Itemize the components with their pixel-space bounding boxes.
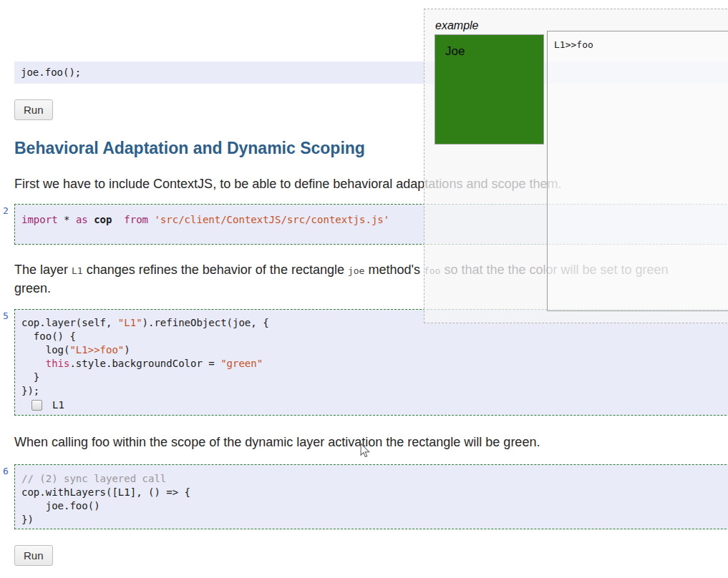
log-panel: L1>>foo (547, 31, 728, 311)
inline-code-joe: joe (348, 265, 364, 276)
section-heading: Behavioral Adaptation and Dynamic Scopin… (14, 139, 365, 158)
layer-l1-checkbox[interactable] (31, 400, 42, 411)
code-cell-5[interactable]: 5 cop.layer(self, "L1").refineObject(joe… (14, 309, 728, 416)
layer-l1-checkbox-label: L1 (52, 399, 64, 411)
layer-toggle-row: L1 (31, 399, 728, 411)
example-window-title: example (435, 19, 478, 32)
cell-2-line-number: 2 (3, 205, 9, 216)
mouse-cursor-icon (359, 443, 372, 459)
run-button-2[interactable]: Run (14, 545, 53, 566)
cell-6-line-number: 6 (3, 466, 9, 476)
cell-5-line-number: 5 (3, 310, 9, 321)
code-cell-6[interactable]: 6 // (2) sync layered call cop.withLayer… (14, 464, 728, 529)
inline-code-l1: L1 (72, 265, 83, 276)
example-window[interactable]: example Joe L1>>foo (424, 9, 728, 323)
joe-rectangle[interactable]: Joe (435, 34, 544, 144)
log-entry: L1>>foo (554, 39, 728, 50)
run-button-1[interactable]: Run (14, 99, 53, 120)
joe-rectangle-label: Joe (445, 44, 543, 59)
paragraph-3: When calling foo within the scope of the… (14, 434, 540, 451)
